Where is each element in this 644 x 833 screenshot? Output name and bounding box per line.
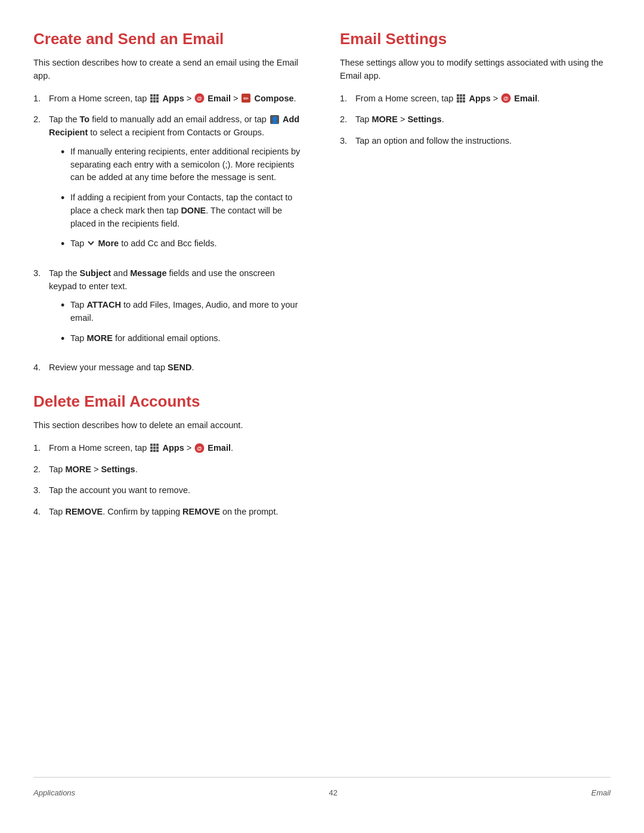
email-gear-icon: @ <box>194 93 205 103</box>
bullet-content-3-2: Tap MORE for additional email options. <box>70 332 304 346</box>
svg-text:👤: 👤 <box>270 116 278 124</box>
bullet-content-2-2: If adding a recipient from your Contacts… <box>70 191 304 230</box>
bullet-2-2: • If adding a recipient from your Contac… <box>61 191 304 230</box>
svg-rect-30 <box>460 97 462 100</box>
bullet-content-2-3: Tap More to add Cc and Bcc fields. <box>70 237 304 251</box>
svg-rect-26 <box>457 94 459 97</box>
del-step-1-content: From a Home screen, tap <box>49 442 304 455</box>
bullet-content-3-1: Tap ATTACH to add Files, Images, Audio, … <box>70 299 304 325</box>
del-step-2-content: Tap MORE > Settings. <box>49 463 304 476</box>
email-settings-section: Email Settings These settings allow you … <box>340 30 611 148</box>
step-2-bullets: • If manually entering recipients, enter… <box>61 145 304 252</box>
set-step-2-content: Tap MORE > Settings. <box>355 113 611 126</box>
create-step-1: 1. From a Home screen, tap <box>33 92 304 106</box>
bullet-content-2-1: If manually entering recipients, enter a… <box>70 145 304 184</box>
set-step-1-content: From a Home screen, tap <box>355 92 611 106</box>
svg-rect-0 <box>150 94 153 97</box>
bullet-dot-2: • <box>61 191 70 230</box>
del-step-3-num: 3. <box>33 484 49 497</box>
more-label-3: MORE <box>86 333 113 343</box>
apps-icon-del <box>150 443 159 453</box>
create-send-section: Create and Send an Email This section de… <box>33 30 304 374</box>
set-step-3-num: 3. <box>340 135 355 148</box>
delete-title: Delete Email Accounts <box>33 392 304 411</box>
bullet-dot-3-1: • <box>61 299 70 325</box>
bullet-dot-3-2: • <box>61 332 70 346</box>
create-step-2: 2. Tap the To field to manually add an e… <box>33 113 304 258</box>
svg-rect-34 <box>463 100 465 103</box>
svg-rect-2 <box>156 94 159 97</box>
delete-step-2: 2. Tap MORE > Settings. <box>33 463 304 476</box>
footer-page-number: 42 <box>329 788 338 797</box>
email-icon-set: @ <box>501 93 511 103</box>
create-send-intro: This section describes how to create a s… <box>33 57 304 83</box>
svg-rect-20 <box>156 447 159 449</box>
delete-step-4: 4. Tap REMOVE. Confirm by tapping REMOVE… <box>33 506 304 519</box>
footer-left: Applications <box>33 788 75 797</box>
step-3-num: 3. <box>33 267 49 353</box>
delete-step-1: 1. From a Home screen, tap <box>33 442 304 455</box>
svg-text:@: @ <box>197 445 202 451</box>
step-2-content: Tap the To field to manually add an emai… <box>49 113 304 258</box>
email-settings-title: Email Settings <box>340 30 611 48</box>
settings-step-3: 3. Tap an option and follow the instruct… <box>340 135 611 148</box>
svg-rect-16 <box>153 444 156 446</box>
del-step-2-num: 2. <box>33 463 49 476</box>
send-label: SEND <box>168 363 191 372</box>
more-label-del: MORE <box>65 465 91 474</box>
settings-step-1: 1. From a Home screen, tap <box>340 92 611 106</box>
svg-rect-27 <box>460 94 462 97</box>
step-4-content: Review your message and tap SEND. <box>49 361 304 374</box>
svg-rect-17 <box>156 444 159 446</box>
svg-rect-3 <box>150 97 153 100</box>
message-label: Message <box>130 268 166 278</box>
svg-rect-22 <box>153 450 156 452</box>
to-label: To <box>80 114 90 124</box>
set-step-1-num: 1. <box>340 92 355 106</box>
create-steps-list: 1. From a Home screen, tap <box>33 92 304 374</box>
bullet-3-1: • Tap ATTACH to add Files, Images, Audio… <box>61 299 304 325</box>
svg-rect-21 <box>150 450 153 452</box>
del-step-1-num: 1. <box>33 442 49 455</box>
svg-rect-18 <box>150 447 153 449</box>
svg-rect-6 <box>150 100 153 103</box>
settings-steps-list: 1. From a Home screen, tap <box>340 92 611 148</box>
svg-rect-23 <box>156 450 159 452</box>
apps-label-del: Apps <box>162 443 184 453</box>
svg-rect-1 <box>153 94 156 97</box>
left-column: Create and Send an Email This section de… <box>33 30 304 777</box>
more-label-bullets: More <box>98 239 119 248</box>
bullet-2-1: • If manually entering recipients, enter… <box>61 145 304 184</box>
email-settings-intro: These settings allow you to modify setti… <box>340 57 611 83</box>
right-column: Email Settings These settings allow you … <box>328 30 611 777</box>
compose-icon: ✏ <box>241 93 251 103</box>
email-label-1: Email <box>208 94 231 103</box>
step-3-content: Tap the Subject and Message fields and u… <box>49 267 304 353</box>
attach-label: ATTACH <box>86 300 120 309</box>
bullet-2-3: • Tap More to add Cc and Bcc fields <box>61 237 304 251</box>
add-recipient-icon: 👤 <box>270 114 280 125</box>
create-send-title: Create and Send an Email <box>33 30 304 48</box>
delete-accounts-section: Delete Email Accounts This section descr… <box>33 392 304 519</box>
email-label-del: Email <box>208 443 231 453</box>
svg-text:✏: ✏ <box>243 95 249 102</box>
svg-rect-32 <box>457 100 459 103</box>
bullet-dot-3: • <box>61 237 70 251</box>
delete-step-3: 3. Tap the account you want to remove. <box>33 484 304 497</box>
svg-rect-8 <box>156 100 159 103</box>
remove-label-2: REMOVE <box>182 507 220 516</box>
apps-icon <box>150 94 159 103</box>
del-step-3-content: Tap the account you want to remove. <box>49 484 304 497</box>
svg-rect-29 <box>457 97 459 100</box>
svg-rect-5 <box>156 97 159 100</box>
two-col-layout: Create and Send an Email This section de… <box>33 30 611 777</box>
email-icon-del: @ <box>194 443 205 453</box>
bullet-3-2: • Tap MORE for additional email options. <box>61 332 304 346</box>
step-1-content: From a Home screen, tap <box>49 92 304 106</box>
svg-rect-7 <box>153 100 156 103</box>
bullet-dot-1: • <box>61 145 70 184</box>
create-step-3: 3. Tap the Subject and Message fields an… <box>33 267 304 353</box>
settings-label-del: Settings <box>101 465 135 474</box>
svg-rect-15 <box>150 444 153 446</box>
svg-rect-31 <box>463 97 465 100</box>
